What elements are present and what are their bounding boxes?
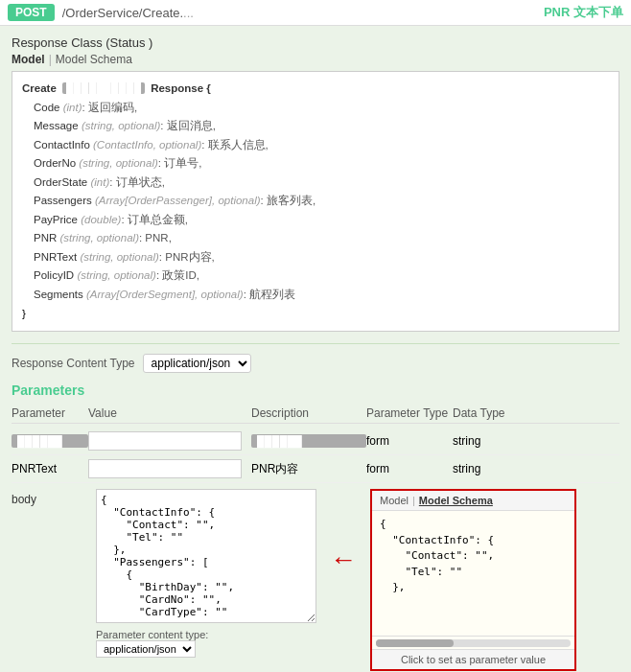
- header-bar: POST /OrderService/Create.... PNR 文本下单: [0, 0, 631, 26]
- response-class-section: Response Class (Status ) Model | Model S…: [12, 35, 619, 332]
- body-row: body { "ContactInfo": { "Contact": "", "…: [12, 489, 619, 671]
- model-schema-schema-link[interactable]: Model Schema: [419, 495, 493, 506]
- field-payprice: PayPrice (double): 订单总金额,: [34, 211, 609, 230]
- body-middle: { "ContactInfo": { "Contact": "", "Tel":…: [96, 489, 619, 671]
- col-description: Description: [251, 406, 366, 420]
- endpoint-path: /OrderService/Create....: [62, 6, 536, 20]
- params-header: Parameter Value Description Parameter Ty…: [12, 404, 619, 424]
- model-schema-panel-header: Model | Model Schema: [372, 491, 574, 511]
- content-type-row: Response Content Type application/json: [12, 354, 619, 373]
- field-passengers: Passengers (Array[OrderPassenger], optio…: [34, 192, 609, 211]
- schema-highlight1: ██████████: [62, 82, 145, 94]
- field-orderno: OrderNo (string, optional): 订单号,: [34, 154, 609, 174]
- field-pnrtext: PNRText (string, optional): PNR内容,: [34, 248, 609, 267]
- model-schema-link[interactable]: Model Schema: [56, 53, 132, 66]
- field-orderstate: OrderState (int): 订单状态,: [34, 174, 609, 193]
- field-code: Code (int): 返回编码,: [34, 99, 609, 118]
- body-label: body: [12, 489, 88, 671]
- content-type-select[interactable]: application/json: [143, 354, 251, 373]
- body-content-type-select[interactable]: application/json: [96, 640, 196, 658]
- divider1: [12, 343, 619, 344]
- schema-header-line: Create ██████████ Response {: [22, 80, 609, 99]
- model-schema-scrollbar-row: [372, 636, 574, 649]
- body-content-type-label: Parameter content type:: [96, 629, 208, 640]
- param-input-pnrtext[interactable]: [88, 459, 242, 478]
- param-type-pnrtext: form: [366, 462, 453, 475]
- param-row-1: ██████ ██████ form string: [12, 428, 619, 455]
- model-schema-scrollbar-thumb: [376, 639, 454, 647]
- pnr-label: PNR 文本下单: [544, 4, 623, 21]
- col-data-type: Data Type: [453, 406, 549, 420]
- field-message: Message (string, optional): 返回消息,: [34, 117, 609, 136]
- method-badge: POST: [8, 4, 55, 21]
- arrow-area: ←: [324, 489, 362, 573]
- param-type-1: form: [366, 434, 453, 448]
- param-desc-pnrtext: PNR内容: [251, 461, 366, 477]
- schema-close-brace: }: [22, 305, 609, 324]
- param-name-badge-1: ██████: [12, 434, 88, 448]
- body-content-type-row: Parameter content type: application/json: [96, 629, 316, 658]
- model-links: Model | Model Schema: [12, 53, 619, 66]
- click-to-set-label[interactable]: Click to set as parameter value: [372, 649, 574, 669]
- data-type-1: string: [453, 434, 549, 448]
- model-schema-content[interactable]: { "ContactInfo": { "Contact": "", "Tel":…: [372, 511, 574, 636]
- schema-sep: |: [412, 495, 415, 506]
- model-schema-panel: Model | Model Schema { "ContactInfo": { …: [370, 489, 576, 671]
- param-row-pnrtext: PNRText PNR内容 form string: [12, 455, 619, 483]
- field-policyid: PolicyID (string, optional): 政策ID,: [34, 266, 609, 286]
- main-content: Response Class (Status ) Model | Model S…: [0, 26, 631, 672]
- model-schema-scrollbar: [376, 639, 571, 647]
- response-class-title: Response Class (Status ): [12, 35, 619, 50]
- col-param-type: Parameter Type: [366, 406, 453, 420]
- field-pnr: PNR (string, optional): PNR,: [34, 229, 609, 248]
- schema-box: Create ██████████ Response { Code (int):…: [12, 71, 619, 332]
- field-contactinfo: ContactInfo (ContactInfo, optional): 联系人…: [34, 136, 609, 155]
- param-name-pnrtext: PNRText: [12, 462, 88, 475]
- schema-fields: Code (int): 返回编码, Message (string, optio…: [22, 99, 609, 305]
- param-desc-badge-1: ██████: [251, 434, 366, 448]
- body-textarea-wrap: { "ContactInfo": { "Contact": "", "Tel":…: [96, 489, 316, 658]
- left-arrow-icon: ←: [330, 546, 357, 573]
- body-textarea[interactable]: { "ContactInfo": { "Contact": "", "Tel":…: [96, 489, 316, 623]
- model-link[interactable]: Model: [12, 53, 45, 66]
- model-separator: |: [49, 53, 52, 66]
- params-title: Parameters: [12, 382, 619, 398]
- col-value: Value: [88, 406, 251, 420]
- model-schema-model-link[interactable]: Model: [380, 495, 409, 506]
- col-parameter: Parameter: [12, 406, 88, 420]
- param-input-1[interactable]: [88, 431, 242, 451]
- data-type-pnrtext: string: [453, 462, 549, 475]
- field-segments: Segments (Array[OrderSegment], optional)…: [34, 286, 609, 305]
- content-type-label: Response Content Type: [12, 357, 135, 370]
